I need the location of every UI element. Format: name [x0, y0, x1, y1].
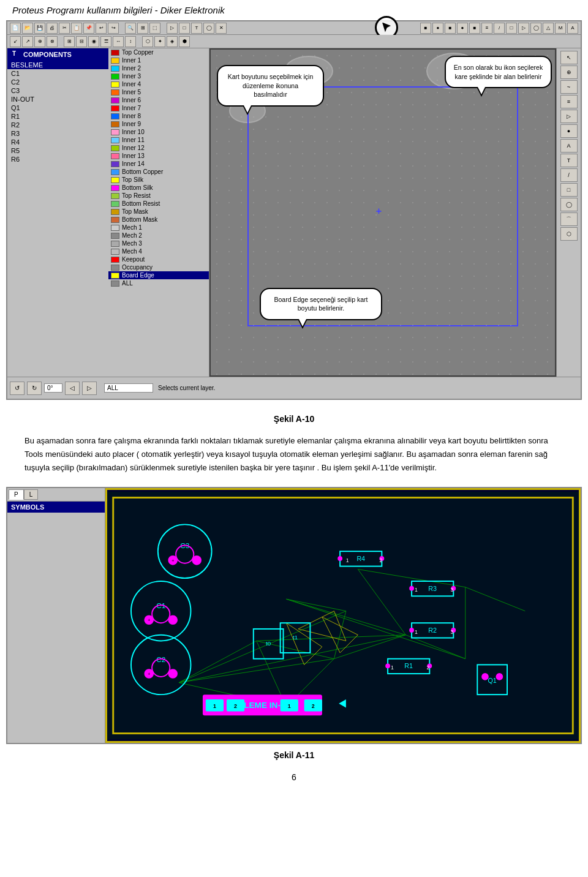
toolbar-btn-zoom[interactable]: 🔍: [125, 23, 136, 34]
toolbar2-btn5[interactable]: ⊞: [64, 36, 75, 47]
layer-item-inner-4[interactable]: Inner 4: [108, 80, 209, 88]
toolbar2-btn7[interactable]: ◉: [88, 36, 99, 47]
toolbar-btn-r6[interactable]: ≡: [481, 23, 492, 34]
toolbar-btn-r10[interactable]: ◯: [530, 23, 541, 34]
layer-item-bottom-mask[interactable]: Bottom Mask: [108, 216, 209, 224]
toolbar-btn-r8[interactable]: □: [506, 23, 517, 34]
rtool-port[interactable]: ▷: [560, 110, 578, 123]
layer-item-bottom-copper[interactable]: Bottom Copper: [108, 168, 209, 176]
comp-item-r1[interactable]: R1: [7, 112, 108, 121]
comp-item-r4[interactable]: R4: [7, 138, 108, 146]
layer-item-inner-12[interactable]: Inner 12: [108, 144, 209, 152]
rtool-component[interactable]: ⊕: [560, 66, 578, 79]
toolbar-btn-select[interactable]: ⬚: [149, 23, 160, 34]
toolbar2-btn13[interactable]: ◈: [167, 36, 178, 47]
btn-rotate-left[interactable]: ↺: [10, 382, 24, 395]
toolbar-btn-r2[interactable]: ●: [432, 23, 443, 34]
rtool-circle[interactable]: ◯: [560, 198, 578, 211]
layer-item-inner-9[interactable]: Inner 9: [108, 120, 209, 128]
layer-item-inner-1[interactable]: Inner 1: [108, 56, 209, 64]
layer-item-mech-1[interactable]: Mech 1: [108, 224, 209, 231]
layer-item-bottom-resist[interactable]: Bottom Resist: [108, 200, 209, 208]
layer-item-all[interactable]: ALL: [108, 279, 209, 287]
rtool-poly[interactable]: ⬡: [560, 227, 578, 241]
rtool-wire[interactable]: ~: [560, 80, 578, 94]
toolbar2-btn8[interactable]: ☰: [100, 36, 111, 47]
toolbar2-btn11[interactable]: ⬡: [142, 36, 153, 47]
layer-item-bottom-silk[interactable]: Bottom Silk: [108, 184, 209, 192]
toolbar2-btn12[interactable]: ✦: [154, 36, 165, 47]
toolbar-btn-r1[interactable]: ■: [420, 23, 431, 34]
layer-item-top-copper[interactable]: Top Copper: [108, 48, 209, 56]
layer-item-inner-13[interactable]: Inner 13: [108, 152, 209, 160]
rtool-label[interactable]: A: [560, 139, 578, 152]
toolbar-btn-open[interactable]: 📂: [22, 23, 33, 34]
layer-item-inner-7[interactable]: Inner 7: [108, 104, 209, 112]
toolbar2-btn1[interactable]: ↙: [10, 36, 21, 47]
toolbar-btn-print[interactable]: 🖨: [47, 23, 58, 34]
layer-select-bottom[interactable]: ALL: [104, 383, 153, 393]
layer-item-inner-6[interactable]: Inner 6: [108, 96, 209, 104]
rtool-line[interactable]: /: [560, 168, 578, 182]
toolbar-btn-text[interactable]: T: [191, 23, 202, 34]
layer-item-occupancy[interactable]: Occupancy: [108, 263, 209, 271]
tab-t[interactable]: T: [10, 50, 18, 59]
toolbar2-btn2[interactable]: ↗: [22, 36, 33, 47]
toolbar-btn-r9[interactable]: ▷: [518, 23, 529, 34]
toolbar2-btn6[interactable]: ⊟: [76, 36, 87, 47]
toolbar-btn-r7[interactable]: /: [494, 23, 505, 34]
toolbar2-btn3[interactable]: ⊕: [34, 36, 45, 47]
layer-item-board-edge[interactable]: Board Edge: [108, 271, 209, 279]
layer-item-inner-11[interactable]: Inner 11: [108, 136, 209, 144]
layer-item-mech-2[interactable]: Mech 2: [108, 231, 209, 239]
comp-item-r2[interactable]: R2: [7, 121, 108, 129]
toolbar-btn-r3[interactable]: ■: [445, 23, 456, 34]
rtool-arc[interactable]: ⌒: [560, 213, 578, 226]
comp-item-c2[interactable]: C2: [7, 78, 108, 86]
layer-item-top-resist[interactable]: Top Resist: [108, 192, 209, 200]
toolbar-btn-r11[interactable]: △: [543, 23, 554, 34]
toolbar-btn-fit[interactable]: ⊞: [137, 23, 148, 34]
toolbar-btn-r13[interactable]: A: [567, 23, 578, 34]
comp-item-inout[interactable]: IN-OUT: [7, 95, 108, 104]
layer-item-inner-8[interactable]: Inner 8: [108, 112, 209, 120]
rtool-bus[interactable]: ≡: [560, 95, 578, 108]
comp-item-besleme[interactable]: BESLEME: [7, 61, 108, 69]
toolbar-btn-copy[interactable]: 📋: [71, 23, 82, 34]
toolbar-btn-undo[interactable]: ↩: [96, 23, 107, 34]
toolbar-btn-route[interactable]: ▷: [167, 23, 178, 34]
layer-item-top-mask[interactable]: Top Mask: [108, 208, 209, 216]
toolbar-btn-r12[interactable]: M: [555, 23, 566, 34]
layer-item-top-silk[interactable]: Top Silk: [108, 176, 209, 184]
rtool-junction[interactable]: ●: [560, 124, 578, 138]
layer-item-inner-2[interactable]: Inner 2: [108, 64, 209, 72]
sym-tab-l[interactable]: L: [24, 489, 39, 500]
toolbar-btn-cut[interactable]: ✂: [59, 23, 70, 34]
toolbar2-btn4[interactable]: ⊗: [47, 36, 58, 47]
toolbar-btn-place[interactable]: □: [179, 23, 190, 34]
comp-item-r3[interactable]: R3: [7, 129, 108, 138]
layer-item-mech-4[interactable]: Mech 4: [108, 247, 209, 255]
layer-item-inner-14[interactable]: Inner 14: [108, 160, 209, 168]
toolbar-btn-r5[interactable]: ■: [469, 23, 480, 34]
toolbar-btn-new[interactable]: 📄: [10, 23, 21, 34]
btn-left[interactable]: ◁: [65, 382, 80, 395]
toolbar2-btn14[interactable]: ⬢: [179, 36, 190, 47]
btn-rotate-right[interactable]: ↻: [27, 382, 42, 395]
sym-tab-p[interactable]: P: [9, 489, 24, 500]
comp-item-q1[interactable]: Q1: [7, 104, 108, 112]
toolbar-btn-paste[interactable]: 📌: [83, 23, 94, 34]
comp-item-c3[interactable]: C3: [7, 86, 108, 95]
rtool-text[interactable]: T: [560, 154, 578, 167]
layer-item-inner-3[interactable]: Inner 3: [108, 72, 209, 80]
layer-item-mech-3[interactable]: Mech 3: [108, 239, 209, 247]
toolbar-btn-redo[interactable]: ↪: [108, 23, 119, 34]
layer-item-inner-5[interactable]: Inner 5: [108, 88, 209, 96]
layer-item-keepout[interactable]: Keepout: [108, 255, 209, 263]
layer-item-inner-10[interactable]: Inner 10: [108, 128, 209, 136]
toolbar-btn-r4[interactable]: ●: [457, 23, 468, 34]
toolbar-btn-close[interactable]: ✕: [216, 23, 227, 34]
comp-item-c1[interactable]: C1: [7, 69, 108, 78]
rtool-arrow[interactable]: ↖: [560, 51, 578, 64]
toolbar2-btn9[interactable]: ↔: [113, 36, 124, 47]
